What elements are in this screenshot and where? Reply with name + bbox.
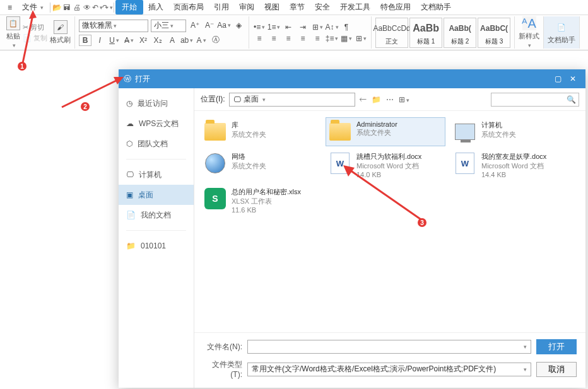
search-input[interactable]: 🔍 <box>491 93 579 107</box>
tab-start[interactable]: 开始 <box>115 0 143 15</box>
font-size-select[interactable]: 小三 <box>151 20 186 32</box>
new-style-button[interactable]: ᴬA新样式 <box>519 16 539 49</box>
align-right-button[interactable]: ≡ <box>282 33 295 44</box>
close-icon[interactable]: ✕ <box>565 71 580 86</box>
superscript-button[interactable]: X² <box>137 35 150 46</box>
shading-button[interactable]: ▦ <box>340 33 353 44</box>
sidebar-item-recent[interactable]: ◷最近访问 <box>119 93 194 113</box>
sidebar-item-team[interactable]: ⬡团队文档 <box>119 134 194 154</box>
highlight-button[interactable]: ab <box>180 35 193 46</box>
divider <box>50 3 50 13</box>
redo-icon[interactable]: ↷ <box>102 3 112 13</box>
dialog-title: 打开 <box>135 74 150 84</box>
tab-insert[interactable]: 插入 <box>143 0 168 15</box>
italic-button[interactable]: I <box>93 35 106 46</box>
font-name-select[interactable]: 微软雅黑 <box>79 20 148 32</box>
view-mode-icon[interactable]: ⊞ <box>399 95 409 104</box>
increase-indent-button[interactable]: ⇥ <box>297 21 309 33</box>
undo-icon[interactable]: ↶ <box>92 3 102 13</box>
copy-button[interactable]: 📄 复制 <box>23 33 47 43</box>
format-painter-button[interactable]: 🖌格式刷 <box>50 20 71 45</box>
sidebar-item-folder[interactable]: 📁010101 <box>119 236 194 256</box>
print-icon[interactable]: 🖨 <box>72 3 82 13</box>
align-center-button[interactable]: ≡ <box>268 33 280 44</box>
folder-icon <box>204 123 226 141</box>
team-icon: ⬡ <box>126 139 132 148</box>
maximize-icon[interactable]: ▢ <box>550 71 565 86</box>
tab-chapter[interactable]: 章节 <box>285 0 310 15</box>
paste-button[interactable]: 📋粘贴 <box>6 16 20 49</box>
annotation-badge-2: 2 <box>81 102 90 111</box>
phonetic-button[interactable]: A <box>166 35 179 46</box>
doc-assist-button[interactable]: 📄文档助手 <box>548 20 575 45</box>
strike-button[interactable]: A̶ <box>122 35 135 46</box>
filetype-label: 文件类型(T): <box>203 359 242 379</box>
distribute-button[interactable]: ≡ <box>311 33 324 44</box>
delete-icon[interactable]: ⋯ <box>386 95 394 104</box>
save-icon[interactable]: 🖬 <box>62 3 72 13</box>
clear-format-icon[interactable]: ◈ <box>232 20 245 31</box>
tab-security[interactable]: 安全 <box>310 0 335 15</box>
show-marks-button[interactable]: ¶ <box>340 21 353 33</box>
filetype-select[interactable]: 常用文件(文字/Word格式;表格/Excel格式;演示/PowerPoint格… <box>247 363 531 376</box>
file-item-xlsx[interactable]: S 总的用户名和秘密.xlsxXLSX 工作表11.6 KB <box>201 184 320 217</box>
tab-stops-button[interactable]: ⊞ <box>311 21 324 33</box>
print-preview-icon[interactable]: 👁 <box>82 3 92 13</box>
style-h3[interactable]: AaBbC(标题 3 <box>478 18 510 48</box>
annotation-arrow-2 <box>56 76 125 113</box>
border-button[interactable]: ⊞ <box>355 33 367 44</box>
file-menu[interactable]: 文件 <box>17 0 49 15</box>
open-icon[interactable]: 📂 <box>52 3 62 13</box>
tab-view[interactable]: 视图 <box>259 0 285 15</box>
style-h2[interactable]: AaBb(标题 2 <box>444 18 476 48</box>
align-left-button[interactable]: ≡ <box>253 33 266 44</box>
style-gallery[interactable]: AaBbCcDd正文 AaBb标题 1 AaBb(标题 2 AaBbC(标题 3 <box>375 18 510 48</box>
open-button[interactable]: 打开 <box>536 339 577 354</box>
subscript-button[interactable]: X₂ <box>151 35 164 46</box>
tab-devtools[interactable]: 开发工具 <box>335 0 375 15</box>
numbering-button[interactable]: 1≡ <box>268 21 280 33</box>
tab-reference[interactable]: 引用 <box>209 0 234 15</box>
dialog-footer: 文件名(N): 打开 文件类型(T): 常用文件(文字/Word格式;表格/Ex… <box>194 332 585 388</box>
search-icon: 🔍 <box>567 95 576 104</box>
sidebar-item-computer[interactable]: 🖵计算机 <box>119 165 194 185</box>
location-select[interactable]: 🖵桌面 <box>229 93 355 107</box>
file-item-administrator[interactable]: Administrator系统文件夹 <box>326 117 445 146</box>
dialog-titlebar: ⓦ打开 ▢ ✕ <box>119 69 585 88</box>
hamburger-icon[interactable]: ≡ <box>3 0 17 15</box>
tab-doc-assist[interactable]: 文档助手 <box>416 0 456 15</box>
sort-button[interactable]: A↕ <box>326 21 338 33</box>
style-normal[interactable]: AaBbCcDd正文 <box>375 18 408 48</box>
tab-layout[interactable]: 页面布局 <box>168 0 209 15</box>
line-spacing-button[interactable]: ‡≡ <box>326 33 338 44</box>
sidebar-item-desktop[interactable]: ▣桌面 <box>119 185 194 205</box>
sidebar-item-cloud[interactable]: ☁WPS云文档 <box>119 113 194 134</box>
cancel-button[interactable]: 取消 <box>536 362 577 377</box>
up-icon[interactable]: 🡐 <box>359 95 367 104</box>
doc-icon: 📄 <box>126 211 136 219</box>
tab-review[interactable]: 审阅 <box>234 0 259 15</box>
file-item-computer[interactable]: 计算机系统文件夹 <box>450 117 570 146</box>
font-color-button[interactable]: A <box>195 35 208 46</box>
file-item-library[interactable]: 库系统文件夹 <box>201 117 320 146</box>
file-item-docx-1[interactable]: W 跳槽只为软福利.docxMicrosoft Word 文档14.0 KB <box>326 149 445 182</box>
sidebar-item-mydocs[interactable]: 📄我的文档 <box>119 205 194 225</box>
new-folder-icon[interactable]: 📁 <box>372 95 381 104</box>
file-list: 库系统文件夹 Administrator系统文件夹 计算机系统文件夹 网络系统文… <box>194 111 585 332</box>
cut-button[interactable]: ✂ 剪切 <box>23 23 47 32</box>
file-item-network[interactable]: 网络系统文件夹 <box>201 149 320 182</box>
filename-input[interactable] <box>247 340 531 354</box>
bold-button[interactable]: B <box>79 35 91 46</box>
change-case-icon[interactable]: Aa <box>218 20 230 31</box>
decrease-indent-button[interactable]: ⇤ <box>282 21 295 33</box>
bullets-button[interactable]: •≡ <box>253 21 266 33</box>
justify-button[interactable]: ≡ <box>297 33 309 44</box>
decrease-font-icon[interactable]: A⁻ <box>203 20 216 31</box>
tab-special[interactable]: 特色应用 <box>375 0 416 15</box>
char-border-button[interactable]: Ⓐ <box>209 35 222 46</box>
increase-font-icon[interactable]: A⁺ <box>189 20 201 31</box>
filename-label: 文件名(N): <box>203 342 242 352</box>
file-item-docx-2[interactable]: W 我的室友是妖孽.docxMicrosoft Word 文档14.4 KB <box>450 149 570 182</box>
underline-button[interactable]: U <box>108 35 121 46</box>
style-h1[interactable]: AaBb标题 1 <box>409 18 442 48</box>
